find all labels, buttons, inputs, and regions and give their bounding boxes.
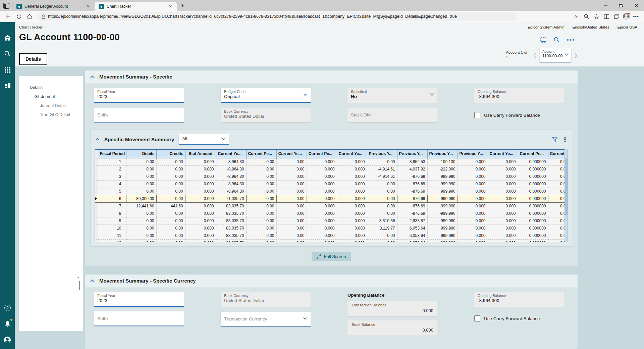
chevron-down-icon[interactable] xyxy=(303,93,307,96)
grid-cell[interactable]: 0.000000 xyxy=(518,210,548,217)
grid-cell[interactable]: 0.000 xyxy=(185,165,216,173)
filter-funnel-icon[interactable] xyxy=(552,137,557,142)
grid-cell[interactable]: 0.00 xyxy=(126,225,156,232)
grid-cell[interactable]: 0.00 xyxy=(276,232,307,239)
grid-cell[interactable]: 0.00 xyxy=(246,217,276,225)
grid-cell[interactable]: 0.00 xyxy=(156,210,185,217)
grid-cell[interactable]: 3,810.56 xyxy=(367,217,397,225)
row-selector-cell[interactable] xyxy=(95,180,98,188)
row-selector-cell[interactable] xyxy=(95,232,98,239)
grid-cell[interactable]: 0.00 xyxy=(156,165,185,173)
grid-cell[interactable]: 0.00 xyxy=(156,158,185,165)
grid-column-header[interactable]: Stat Amount xyxy=(185,149,216,158)
grid-cell[interactable]: 0.000 xyxy=(337,195,367,202)
grid-cell[interactable]: 0.00 xyxy=(126,232,156,239)
grid-cell[interactable]: 0.000 xyxy=(185,239,216,242)
grid-cell[interactable]: -999.990 xyxy=(427,195,458,202)
grid-cell[interactable]: 0.000 xyxy=(337,158,367,165)
grid-cell[interactable]: 0.000000 xyxy=(518,158,548,165)
collapse-chevron-icon[interactable] xyxy=(90,280,95,282)
grid-cell[interactable]: 1 xyxy=(98,158,126,165)
grid-column-header[interactable]: Current Ye... xyxy=(488,149,518,158)
grid-cell[interactable]: 0.000 xyxy=(185,188,216,195)
grid-cell[interactable]: 0.00 xyxy=(156,188,185,195)
url-field[interactable]: https://epicorsi/kinetic/apps/erp/home/#… xyxy=(38,12,517,21)
grid-cell[interactable]: 0.000000 xyxy=(518,165,548,173)
refresh-icon[interactable] xyxy=(14,12,23,21)
grid-cell[interactable]: 0.000000 xyxy=(518,180,548,188)
grid-cell[interactable]: 0.000 xyxy=(458,158,488,165)
grid-cell[interactable]: -876.69 xyxy=(397,173,427,180)
back-icon[interactable] xyxy=(3,12,13,21)
grid-cell[interactable]: 12 xyxy=(98,239,126,242)
grid-cell[interactable]: 999.990 xyxy=(427,232,458,239)
grid-column-header[interactable]: Current Pe... xyxy=(246,149,276,158)
new-tab-button[interactable]: + xyxy=(177,2,189,11)
grid-cell[interactable]: 999.990 xyxy=(427,180,458,188)
grid-cell[interactable]: 0.000 xyxy=(337,217,367,225)
grid-column-header[interactable]: Credits xyxy=(156,149,185,158)
grid-cell[interactable]: -100.130 xyxy=(427,158,458,165)
previous-record-chevron-icon[interactable] xyxy=(533,53,536,58)
grid-cell[interactable]: -876.69 xyxy=(397,195,427,202)
grid-cell[interactable]: 0.00 xyxy=(246,158,276,165)
tree-item-gl-journal[interactable]: ⌄GL Journal xyxy=(30,94,83,99)
collections-icon[interactable] xyxy=(612,12,621,21)
grid-cell[interactable]: 0.000 xyxy=(307,173,337,180)
grid-cell[interactable]: 83,035.70 xyxy=(216,217,246,225)
grid-cell[interactable]: -876.69 xyxy=(397,180,427,188)
grid-cell[interactable]: 0.000 xyxy=(307,188,337,195)
grid-cell[interactable]: 0.00 xyxy=(246,202,276,210)
grid-row[interactable]: 50.000.000.000-8,964.300.000.000.0000.00… xyxy=(95,188,568,195)
chevron-down-icon[interactable] xyxy=(565,53,569,56)
grid-column-header[interactable]: Current Pe... xyxy=(518,149,548,158)
home-nav-icon[interactable] xyxy=(3,34,11,42)
grid-cell[interactable]: 0.000000 xyxy=(518,232,548,239)
grid-cell[interactable]: 999.990 xyxy=(427,173,458,180)
grid-cell[interactable]: -8,964.30 xyxy=(216,158,246,165)
grid-cell[interactable]: 0.000000 xyxy=(518,225,548,232)
grid-cell[interactable]: 6,053.64 xyxy=(397,232,427,239)
browser-menu-icon[interactable]: ••• xyxy=(631,12,641,21)
grid-cell[interactable]: 0.00 xyxy=(126,210,156,217)
grid-row[interactable]: 120.000.000.00083,035.700.000.000.0000.0… xyxy=(95,239,568,242)
grid-cell[interactable]: 83,035.70 xyxy=(216,232,246,239)
grid-cell[interactable]: 0.000 xyxy=(185,232,216,239)
row-selector-cell[interactable] xyxy=(95,158,98,165)
grid-cell[interactable]: 0.000 xyxy=(488,202,518,210)
grid-cell[interactable]: 0.000 xyxy=(458,239,488,242)
grid-cell[interactable]: 11 xyxy=(98,232,126,239)
grid-column-header[interactable]: Previous Y... xyxy=(367,149,397,158)
favorites-star-icon[interactable] xyxy=(592,12,601,21)
grid-cell[interactable]: 0.00 xyxy=(367,195,397,202)
grid-cell[interactable]: 0.000 xyxy=(458,188,488,195)
grid-cell[interactable]: 5 xyxy=(98,188,126,195)
grid-row[interactable]: 80.000.000.00083,035.700.000.000.0000.00… xyxy=(95,210,568,217)
grid-cell[interactable]: 0.00 xyxy=(246,232,276,239)
grid-cell[interactable]: 0.00 xyxy=(276,195,307,202)
grid-cell[interactable]: 0.00 xyxy=(246,188,276,195)
grid-cell[interactable]: 0.00 xyxy=(156,217,185,225)
grid-cell[interactable]: 0.00 xyxy=(276,217,307,225)
read-aloud-icon[interactable]: A) xyxy=(572,12,581,21)
grid-column-header[interactable]: Current Ye... xyxy=(337,149,367,158)
tree-item-journal-detail[interactable]: Journal Detail xyxy=(40,103,83,108)
tab-close-icon[interactable]: ✕ xyxy=(167,4,173,9)
grid-cell[interactable]: 0.00 xyxy=(156,195,185,202)
grid-column-header[interactable]: Previous Y... xyxy=(427,149,458,158)
row-selector-cell[interactable] xyxy=(95,239,98,242)
grid-cell[interactable]: 0.00 xyxy=(126,173,156,180)
grid-cell[interactable]: 0.000000 xyxy=(518,173,548,180)
apps-grid-icon[interactable] xyxy=(3,66,11,74)
grid-cell[interactable]: 0.000 xyxy=(458,232,488,239)
dashboards-icon[interactable] xyxy=(3,82,11,90)
grid-cell[interactable]: 0.000 xyxy=(185,158,216,165)
grid-cell[interactable]: -8,964.30 xyxy=(216,165,246,173)
grid-cell[interactable]: 83,035.70 xyxy=(216,239,246,242)
grid-cell[interactable]: 0.00 xyxy=(246,173,276,180)
grid-cell[interactable]: 0.000 xyxy=(307,195,337,202)
grid-cell[interactable]: 0.000000 xyxy=(518,202,548,210)
next-record-chevron-icon[interactable] xyxy=(575,53,578,58)
grid-cell[interactable]: 0.000 xyxy=(337,239,367,242)
grid-column-header[interactable]: Debits xyxy=(126,149,156,158)
